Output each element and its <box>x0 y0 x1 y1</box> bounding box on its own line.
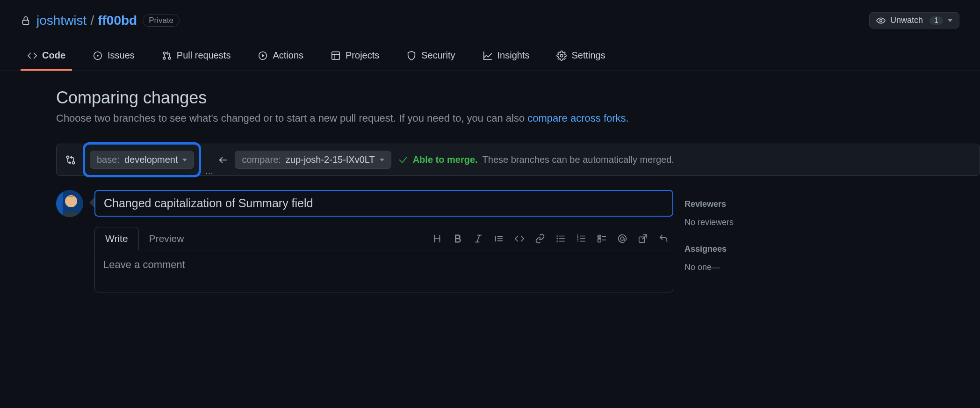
pr-title-input[interactable] <box>94 190 673 217</box>
pr-form: Write Preview 123 <box>94 190 673 295</box>
reviewers-body: No reviewers <box>685 218 980 227</box>
merge-status-rest: These branches can be automatically merg… <box>483 154 674 165</box>
tab-label: Insights <box>497 50 530 61</box>
tab-pull-requests[interactable]: Pull requests <box>155 44 238 71</box>
base-label: base: <box>97 154 120 165</box>
eye-icon <box>876 16 886 25</box>
pr-comment-input[interactable] <box>94 250 673 292</box>
code-icon <box>27 51 37 61</box>
svg-rect-46 <box>598 239 601 241</box>
svg-point-1 <box>880 19 882 22</box>
repo-owner-link[interactable]: joshtwist <box>36 13 86 28</box>
projects-icon <box>331 51 341 61</box>
caret-down-icon <box>948 19 952 22</box>
base-branch-selector[interactable]: base: development <box>90 151 194 169</box>
code-icon[interactable] <box>514 233 525 244</box>
avatar[interactable] <box>56 190 83 217</box>
compare-across-forks-link[interactable]: compare across forks <box>527 112 626 124</box>
editor-tabs: Write Preview 123 <box>94 227 673 250</box>
unwatch-label: Unwatch <box>890 15 923 25</box>
repo-title-row: joshtwist / ff00bd Private Unwatch 1 <box>21 12 959 29</box>
tab-label: Code <box>42 50 65 61</box>
quote-icon[interactable] <box>494 233 504 244</box>
svg-point-35 <box>556 238 558 239</box>
shield-icon <box>406 51 417 61</box>
graph-icon <box>483 51 493 61</box>
svg-rect-19 <box>56 190 63 217</box>
tab-label: Pull requests <box>177 50 231 61</box>
repo-breadcrumb: joshtwist / ff00bd <box>36 13 137 28</box>
base-branch-highlight: base: development <box>83 142 201 177</box>
tab-actions[interactable]: Actions <box>251 44 310 71</box>
tab-projects[interactable]: Projects <box>324 44 386 71</box>
visibility-badge: Private <box>143 15 180 27</box>
ellipsis-icon: … <box>205 167 214 176</box>
svg-point-3 <box>97 55 99 57</box>
reviewers-title: Reviewers <box>685 199 980 209</box>
issue-icon <box>93 51 103 61</box>
repo-name-link[interactable]: ff00bd <box>98 13 137 28</box>
merge-status-ok: Able to merge. <box>413 154 478 165</box>
divider <box>56 135 980 135</box>
avatar-image <box>56 190 83 217</box>
svg-marker-8 <box>262 54 265 57</box>
page-title: Comparing changes <box>56 88 980 108</box>
tab-label: Issues <box>108 50 135 61</box>
lock-icon <box>21 15 31 26</box>
italic-icon[interactable] <box>473 233 483 244</box>
check-icon <box>398 155 408 165</box>
svg-point-14 <box>561 54 563 57</box>
watch-count: 1 <box>930 16 943 25</box>
compare-label: compare: <box>242 154 281 165</box>
link-icon[interactable] <box>535 233 545 244</box>
tab-security[interactable]: Security <box>400 44 461 71</box>
pr-area: Write Preview 123 <box>56 190 980 295</box>
caret-down-icon <box>380 159 384 161</box>
heading-icon[interactable] <box>432 233 442 244</box>
pull-request-icon <box>162 51 172 61</box>
tab-label: Actions <box>273 50 303 61</box>
bold-icon[interactable] <box>453 233 463 244</box>
pr-sidebar: Reviewers No reviewers Assignees No one— <box>685 190 980 295</box>
tab-insights[interactable]: Insights <box>476 44 536 71</box>
task-list-icon[interactable] <box>597 233 607 244</box>
subtitle-text: Choose two branches to see what's change… <box>56 112 527 124</box>
svg-line-26 <box>477 235 480 242</box>
tab-settings[interactable]: Settings <box>550 44 612 71</box>
compare-branch-selector[interactable]: compare: zup-josh-2-15-IXv0LT <box>235 151 391 169</box>
gear-icon <box>556 51 567 61</box>
svg-point-36 <box>556 240 558 242</box>
ordered-list-icon[interactable]: 123 <box>576 233 586 244</box>
caret-down-icon <box>182 159 187 161</box>
mention-icon[interactable] <box>617 233 627 244</box>
tab-label: Settings <box>571 50 605 61</box>
merge-status: Able to merge. These branches can be aut… <box>398 154 971 165</box>
page-subtitle: Choose two branches to see what's change… <box>56 112 980 124</box>
tab-label: Security <box>421 50 455 61</box>
markdown-toolbar: 123 <box>432 233 673 244</box>
cross-reference-icon[interactable] <box>638 233 648 244</box>
svg-point-47 <box>620 237 624 240</box>
tab-issues[interactable]: Issues <box>86 44 141 71</box>
write-tab[interactable]: Write <box>94 227 139 250</box>
subtitle-text-end: . <box>626 112 629 124</box>
reply-icon[interactable] <box>658 233 669 244</box>
compare-value: zup-josh-2-15-IXv0LT <box>286 154 375 165</box>
svg-rect-0 <box>23 20 29 24</box>
tab-label: Projects <box>346 50 379 61</box>
assignees-title: Assignees <box>685 244 980 254</box>
arrow-left-icon <box>218 155 228 165</box>
svg-text:3: 3 <box>577 239 579 242</box>
reviewers-section[interactable]: Reviewers No reviewers <box>685 199 980 227</box>
base-value: development <box>124 154 178 165</box>
assignees-body: No one— <box>685 262 980 272</box>
assignees-section[interactable]: Assignees No one— <box>685 244 980 272</box>
unwatch-button[interactable]: Unwatch 1 <box>869 12 959 29</box>
tab-code[interactable]: Code <box>21 44 72 71</box>
breadcrumb-separator: / <box>90 13 94 28</box>
unordered-list-icon[interactable] <box>555 233 566 244</box>
svg-point-20 <box>65 195 77 207</box>
preview-tab[interactable]: Preview <box>139 227 195 250</box>
compare-bar: base: development … compare: zup-josh-2-… <box>56 144 980 176</box>
play-icon <box>258 51 268 61</box>
